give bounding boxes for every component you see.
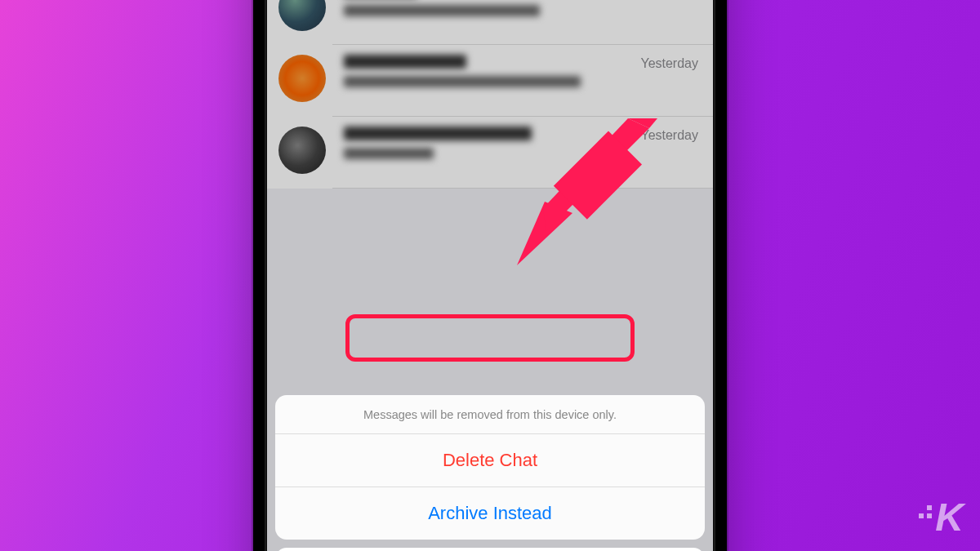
action-sheet: Messages will be removed from this devic… [275, 395, 705, 551]
phone-screen: 8:23 AM Yesterday Yesterda [267, 0, 713, 551]
watermark-logo: K [919, 495, 962, 540]
phone-frame: 8:23 AM Yesterday Yesterda [253, 0, 727, 551]
sheet-message: Messages will be removed from this devic… [275, 395, 705, 434]
archive-instead-button[interactable]: Archive Instead [275, 487, 705, 540]
phone-bezel: 8:23 AM Yesterday Yesterda [265, 0, 715, 551]
delete-chat-button[interactable]: Delete Chat [275, 434, 705, 487]
cancel-button[interactable]: Cancel [275, 548, 705, 551]
